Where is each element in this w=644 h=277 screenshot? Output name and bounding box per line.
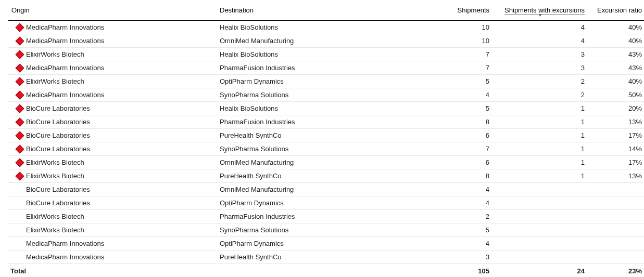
cell-destination: OptiPharm Dynamics: [217, 196, 414, 210]
cell-destination: Healix BioSolutions: [217, 102, 414, 115]
excursion-indicator-icon: [16, 117, 24, 126]
cell-shipments: 4: [414, 183, 493, 196]
table-row[interactable]: MedicaPharm InnovationsPharmaFusion Indu…: [8, 61, 644, 75]
excursion-indicator-icon: [16, 158, 24, 167]
origin-text: BioCure Laboratories: [26, 145, 90, 153]
column-header-origin[interactable]: Origin: [8, 4, 217, 21]
origin-text: MedicaPharm Innovations: [26, 37, 104, 45]
table-row[interactable]: BioCure LaboratoriesPureHealth SynthCo61…: [8, 129, 644, 142]
cell-shipments: 4: [414, 196, 493, 210]
column-label: Destination: [220, 6, 254, 14]
cell-origin: BioCure Laboratories: [8, 102, 217, 115]
cell-shipments: 6: [414, 129, 493, 142]
excursion-indicator-icon: [16, 63, 24, 72]
cell-origin: MedicaPharm Innovations: [8, 34, 217, 48]
cell-destination: SynoPharma Solutions: [217, 223, 414, 237]
cell-destination: SynoPharma Solutions: [217, 88, 414, 102]
cell-shipments: 5: [414, 223, 493, 237]
cell-origin: BioCure Laboratories: [8, 129, 217, 142]
totals-ratio: 23%: [588, 264, 644, 278]
table-row[interactable]: BioCure LaboratoriesPharmaFusion Industr…: [8, 115, 644, 129]
excursion-indicator-icon: [16, 23, 24, 32]
excursion-indicator-icon: [16, 144, 24, 153]
cell-destination: PureHealth SynthCo: [217, 129, 414, 142]
table-row[interactable]: ElixirWorks BiotechOmniMed Manufacturing…: [8, 156, 644, 169]
origin-text: BioCure Laboratories: [26, 199, 90, 207]
origin-text: MedicaPharm Innovations: [26, 253, 104, 261]
table-row[interactable]: ElixirWorks BiotechPureHealth SynthCo811…: [8, 169, 644, 183]
column-header-shipments[interactable]: Shipments: [414, 4, 493, 21]
table-row[interactable]: BioCure LaboratoriesSynoPharma Solutions…: [8, 142, 644, 156]
excursion-indicator-icon: [16, 172, 24, 180]
column-header-destination[interactable]: Destination: [217, 4, 414, 21]
cell-shipments: 5: [414, 102, 493, 115]
cell-ratio: 17%: [588, 156, 644, 169]
cell-ratio: 43%: [588, 61, 644, 75]
excursion-indicator-icon: [16, 104, 24, 113]
cell-ratio: 20%: [588, 102, 644, 115]
cell-excursions: 1: [493, 156, 588, 169]
table-row[interactable]: MedicaPharm InnovationsPureHealth SynthC…: [8, 250, 644, 264]
cell-ratio: [588, 183, 644, 196]
cell-excursions: 2: [493, 88, 588, 102]
origin-text: ElixirWorks Biotech: [26, 172, 84, 180]
cell-shipments: 7: [414, 48, 493, 61]
cell-destination: OptiPharm Dynamics: [217, 237, 414, 250]
table-row[interactable]: BioCure LaboratoriesOptiPharm Dynamics4: [8, 196, 644, 210]
table-row[interactable]: BioCure LaboratoriesHealix BioSolutions5…: [8, 102, 644, 115]
excursion-indicator-icon: [16, 36, 24, 45]
table-row[interactable]: ElixirWorks BiotechSynoPharma Solutions5: [8, 223, 644, 237]
cell-origin: BioCure Laboratories: [8, 183, 217, 196]
table-row[interactable]: MedicaPharm InnovationsSynoPharma Soluti…: [8, 88, 644, 102]
cell-origin: ElixirWorks Biotech: [8, 75, 217, 88]
table-row[interactable]: ElixirWorks BiotechHealix BioSolutions73…: [8, 48, 644, 61]
origin-text: BioCure Laboratories: [26, 131, 90, 139]
cell-destination: OmniMed Manufacturing: [217, 156, 414, 169]
cell-destination: Healix BioSolutions: [217, 21, 414, 34]
table-row[interactable]: MedicaPharm InnovationsOptiPharm Dynamic…: [8, 237, 644, 250]
cell-excursions: 3: [493, 61, 588, 75]
cell-destination: PureHealth SynthCo: [217, 169, 414, 183]
cell-shipments: 4: [414, 237, 493, 250]
cell-ratio: 50%: [588, 88, 644, 102]
cell-destination: PharmaFusion Industries: [217, 210, 414, 223]
cell-origin: MedicaPharm Innovations: [8, 61, 217, 75]
cell-origin: ElixirWorks Biotech: [8, 169, 217, 183]
cell-shipments: 8: [414, 115, 493, 129]
cell-shipments: 3: [414, 250, 493, 264]
cell-origin: MedicaPharm Innovations: [8, 250, 217, 264]
table-header-row: Origin Destination Shipments Shipments w…: [8, 4, 644, 21]
table-row[interactable]: ElixirWorks BiotechOptiPharm Dynamics524…: [8, 75, 644, 88]
column-label: Shipments with excursions: [504, 6, 585, 15]
cell-excursions: 4: [493, 34, 588, 48]
excursion-indicator-icon: [16, 77, 24, 86]
excursion-indicator-icon: [16, 131, 24, 140]
cell-ratio: 43%: [588, 48, 644, 61]
cell-origin: ElixirWorks Biotech: [8, 223, 217, 237]
table-row[interactable]: ElixirWorks BiotechPharmaFusion Industri…: [8, 210, 644, 223]
cell-origin: MedicaPharm Innovations: [8, 88, 217, 102]
cell-ratio: [588, 250, 644, 264]
origin-text: BioCure Laboratories: [26, 118, 90, 126]
cell-excursions: 1: [493, 102, 588, 115]
table-row[interactable]: BioCure LaboratoriesOmniMed Manufacturin…: [8, 183, 644, 196]
cell-excursions: 1: [493, 129, 588, 142]
column-header-shipments-with-excursions[interactable]: Shipments with excursions ▼: [493, 4, 588, 21]
origin-text: ElixirWorks Biotech: [26, 77, 84, 85]
cell-shipments: 2: [414, 210, 493, 223]
cell-shipments: 6: [414, 156, 493, 169]
cell-excursions: 3: [493, 48, 588, 61]
table-row[interactable]: MedicaPharm InnovationsOmniMed Manufactu…: [8, 34, 644, 48]
table-row[interactable]: MedicaPharm InnovationsHealix BioSolutio…: [8, 21, 644, 34]
cell-excursions: 1: [493, 169, 588, 183]
cell-origin: MedicaPharm Innovations: [8, 21, 217, 34]
column-header-excursion-ratio[interactable]: Excursion ratio: [588, 4, 644, 21]
cell-ratio: 14%: [588, 142, 644, 156]
cell-ratio: [588, 210, 644, 223]
cell-destination: PharmaFusion Industries: [217, 61, 414, 75]
cell-shipments: 7: [414, 142, 493, 156]
origin-text: BioCure Laboratories: [26, 104, 90, 112]
totals-row: Total 105 24 23%: [8, 264, 644, 278]
column-label: Shipments: [458, 6, 489, 14]
cell-excursions: [493, 250, 588, 264]
